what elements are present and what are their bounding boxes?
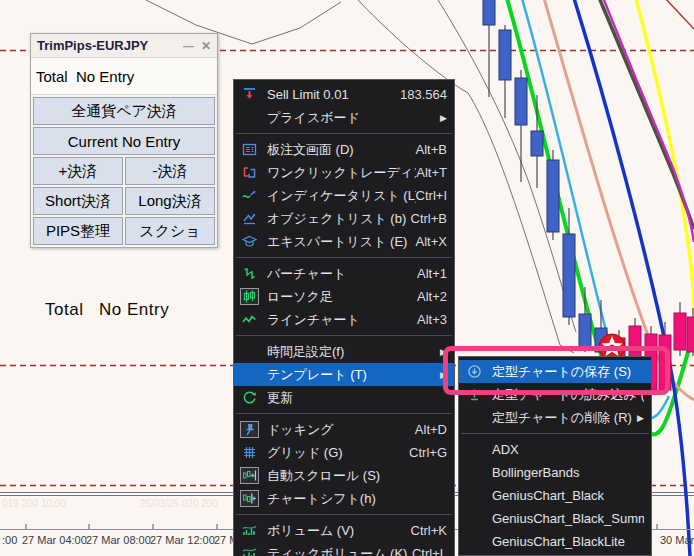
screenshot-button[interactable]: スクショ (125, 217, 215, 245)
close-minus-button[interactable]: -決済 (125, 157, 215, 185)
candlestick-chart-icon (240, 288, 259, 305)
svg-text:26/03/25 020 200: 26/03/25 020 200 (140, 498, 218, 509)
svg-text:019 200 10:00: 019 200 10:00 (2, 498, 66, 509)
auto-scroll-icon (240, 467, 259, 484)
one-click-trading-icon (240, 164, 259, 181)
annotation-highlight-rectangle (443, 346, 670, 395)
menu-separator (236, 413, 452, 414)
menu-item-sell-limit[interactable]: Sell Limit 0.01 183.564 (234, 83, 454, 106)
submenu-item-geniuschart-black[interactable]: GeniusChart_Black (459, 484, 651, 507)
menu-item-tick-volume[interactable]: ティックボリューム (K) Ctrl+L (234, 542, 454, 556)
docking-pin-icon (240, 421, 259, 438)
panel-status-text: Total No Entry (31, 57, 217, 95)
menu-item-line-chart[interactable]: ラインチャート Alt+3 (234, 308, 454, 331)
submenu-item-geniuschart-blacklite[interactable]: GeniusChart_BlackLite (459, 530, 651, 553)
object-list-icon (240, 210, 259, 227)
menu-separator (461, 433, 649, 434)
chart-context-menu: Sell Limit 0.01 183.564 プライスボード ▶ 板注文画面 … (233, 79, 455, 556)
menu-item-expert-list[interactable]: エキスパートリスト (E) Alt+X (234, 230, 454, 253)
menu-item-grid[interactable]: グリッド (G) Ctrl+G (234, 441, 454, 464)
menu-item-chart-shift[interactable]: チャートシフト(h) (234, 487, 454, 510)
menu-item-one-click-trading[interactable]: ワンクリックトレーディング (k) Alt+T (234, 161, 454, 184)
axis-label: 27 Mar 08:00 (86, 534, 151, 546)
menu-item-object-list[interactable]: オブジェクトリスト (b) Ctrl+B (234, 207, 454, 230)
menu-separator (236, 257, 452, 258)
menu-item-template[interactable]: テンプレート (T) ▶ (234, 363, 454, 386)
submenu-item-geniuschart-black-summer[interactable]: GeniusChart_Black_Summer (459, 507, 651, 530)
sell-limit-icon (240, 86, 259, 103)
menu-item-price-board[interactable]: プライスボード ▶ (234, 106, 454, 129)
menu-separator (236, 335, 452, 336)
submenu-arrow-icon: ▶ (637, 413, 644, 423)
line-chart-icon (240, 311, 259, 328)
pips-organize-button[interactable]: PIPS整理 (33, 217, 123, 245)
bar-chart-icon (240, 265, 259, 282)
minimize-icon[interactable]: — (183, 40, 194, 52)
depth-of-market-icon (240, 141, 259, 158)
axis-label: 27 Mar 12:00 (150, 534, 215, 546)
axis-label: 30 Mar (660, 534, 694, 546)
menu-item-auto-scroll[interactable]: 自動スクロール (S) (234, 464, 454, 487)
menu-item-candlestick[interactable]: ローソク足 Alt+2 (234, 285, 454, 308)
panel-buttons: 全通貨ペア決済 Current No Entry +決済 -決済 Short決済… (31, 95, 217, 247)
close-short-button[interactable]: Short決済 (33, 187, 123, 215)
grid-icon (240, 444, 259, 461)
chart-status-label: Total No Entry (45, 300, 169, 320)
menu-item-timeframe-settings[interactable]: 時間足設定(f) ▶ (234, 340, 454, 363)
submenu-item-adx[interactable]: ADX (459, 438, 651, 461)
menu-item-bar-chart[interactable]: バーチャート Alt+1 (234, 262, 454, 285)
axis-label: 27 Mar 04:00 (22, 534, 87, 546)
menu-item-volume[interactable]: ボリューム (V) Ctrl+K (234, 519, 454, 542)
chart-shift-icon (240, 490, 259, 507)
menu-separator (236, 514, 452, 515)
close-icon[interactable]: ✕ (201, 39, 211, 53)
menu-item-docking[interactable]: ドッキング Alt+D (234, 418, 454, 441)
expert-list-icon (240, 233, 259, 250)
menu-item-refresh[interactable]: 更新 (234, 386, 454, 409)
close-all-pairs-button[interactable]: 全通貨ペア決済 (33, 97, 215, 125)
tick-volume-icon (240, 545, 259, 556)
refresh-icon (240, 389, 259, 406)
menu-item-dom[interactable]: 板注文画面 (D) Alt+B (234, 138, 454, 161)
submenu-arrow-icon: ▶ (440, 113, 447, 123)
indicator-list-icon (240, 187, 259, 204)
panel-title: TrimPips-EURJPY (37, 38, 148, 53)
close-long-button[interactable]: Long決済 (125, 187, 215, 215)
axis-label: :00 (2, 534, 17, 546)
panel-titlebar[interactable]: TrimPips-EURJPY — ✕ (31, 34, 217, 57)
close-plus-button[interactable]: +決済 (33, 157, 123, 185)
menu-item-indicator-list[interactable]: インディケータリスト (L) Ctrl+I (234, 184, 454, 207)
trimpips-panel: TrimPips-EURJPY — ✕ Total No Entry 全通貨ペア… (30, 33, 218, 248)
volume-icon (240, 522, 259, 539)
submenu-item-delete-template[interactable]: 定型チャートの削除 (R) ▶ (459, 406, 651, 429)
submenu-item-bollingerbands[interactable]: BollingerBands (459, 461, 651, 484)
current-status-button[interactable]: Current No Entry (33, 127, 215, 155)
menu-separator (236, 133, 452, 134)
